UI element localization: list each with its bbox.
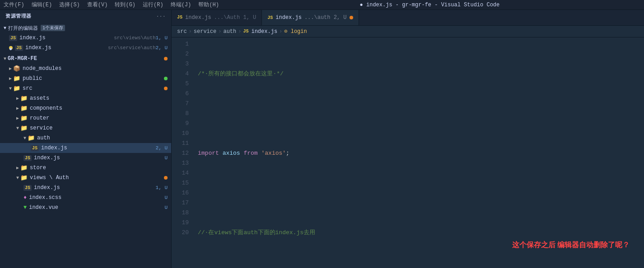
menu-edit[interactable]: 编辑(E) — [32, 1, 52, 9]
menu-goto[interactable]: 转到(G) — [115, 1, 135, 9]
tree-item-auth-index[interactable]: JS index.js 2, U — [0, 143, 171, 153]
folder-icon: 📁 — [13, 85, 20, 92]
tree-item-node-modules[interactable]: ▶ 📦 node_modules — [0, 64, 171, 74]
file-name: index.js — [34, 155, 60, 161]
tree-item-auth[interactable]: ▼ 📁 auth — [0, 133, 171, 143]
folder-name: components — [30, 105, 62, 111]
open-editor-file-1[interactable]: JS index.js src\views\Auth 1, U — [0, 33, 171, 43]
chevron-icon: ▼ — [23, 136, 26, 141]
file-tree: ▼ GR-MGR-FE ▶ 📦 node_modules ▶ 📁 public … — [0, 54, 171, 268]
js-icon: JS — [15, 45, 23, 51]
folder-name: node_modules — [23, 65, 61, 72]
folder-icon: 📦 — [13, 65, 20, 72]
folder-name: src — [23, 85, 33, 92]
folder-dot — [164, 87, 168, 90]
sidebar-actions[interactable]: ··· — [156, 14, 166, 19]
code-line-1: /*·所有的接口都会放在这里·*/ — [196, 69, 644, 79]
code-content: /*·所有的接口都会放在这里·*/ import axios from 'axi… — [194, 37, 644, 268]
breadcrumb-func[interactable]: ⊙ login — [284, 28, 307, 35]
breadcrumb-auth[interactable]: auth — [223, 28, 236, 35]
window-title: ● index.js - gr-mgr-fe - Visual Studio C… — [219, 2, 640, 8]
scss-icon: ♦ — [23, 194, 27, 201]
folder-icon: 📁 — [20, 115, 28, 122]
chevron-icon: ▼ — [16, 176, 19, 180]
tree-item-views-auth-index-js[interactable]: JS index.js 1, U — [0, 183, 171, 193]
tree-item-src[interactable]: ▼ 📁 src — [0, 83, 171, 93]
chevron-icon: ▶ — [16, 165, 19, 171]
chevron-icon: ▶ — [9, 66, 12, 71]
tree-item-views-auth-index-vue[interactable]: ▼ index.vue U — [0, 203, 171, 213]
tab-name: index.js — [275, 14, 302, 21]
tab-js-icon: JS — [177, 15, 182, 20]
tree-item-public[interactable]: ▶ 📁 public — [0, 74, 171, 83]
vue-icon: ▼ — [23, 204, 27, 211]
breadcrumb-file[interactable]: index.js — [251, 28, 277, 35]
breadcrumb-service[interactable]: service — [194, 28, 216, 35]
bottom-annotation: 这个保存之后 编辑器自动删除了呢？ — [471, 228, 635, 263]
breadcrumb-src[interactable]: src — [177, 28, 187, 35]
file-name: index.js — [41, 145, 67, 151]
sidebar-title: 资源管理器 — [5, 13, 32, 19]
tree-item-store[interactable]: ▶ 📁 store — [0, 163, 171, 173]
tree-item-service[interactable]: ▼ 📁 service — [0, 123, 171, 133]
menu-select[interactable]: 选择(S) — [59, 1, 80, 9]
folder-dot — [164, 77, 168, 80]
folder-dot — [164, 176, 168, 180]
folder-name: service — [30, 125, 52, 131]
line-numbers: 1 2 3 4 5 6 7 8 9 10 11 12 13 14 15 16 1… — [172, 37, 194, 268]
folder-name: assets — [30, 95, 49, 102]
chevron-icon: ▶ — [9, 76, 12, 81]
file-name: index.js — [25, 45, 106, 51]
folder-name: router — [30, 115, 49, 121]
main-layout: 资源管理器 ··· ▼ 打开的编辑器 1个未保存 JS index.js src… — [0, 10, 644, 268]
tree-item-service-index[interactable]: JS index.js U — [0, 153, 171, 163]
folder-name: public — [23, 75, 42, 82]
tab-1[interactable]: JS index.js ...\Auth 1, U — [172, 10, 262, 25]
chevron-icon: ▼ — [16, 126, 19, 131]
project-dot — [164, 57, 168, 60]
tree-item-assets[interactable]: ▶ 📁 assets — [0, 93, 171, 103]
breadcrumb-js-icon: JS — [243, 29, 248, 34]
modified-dot — [350, 16, 353, 19]
tree-item-views-auth-index-scss[interactable]: ♦ index.scss U — [0, 193, 171, 203]
menu-help[interactable]: 帮助(H) — [198, 1, 219, 9]
file-badge: 2, U — [156, 45, 168, 51]
tab-js-icon: JS — [267, 15, 273, 20]
project-root[interactable]: ▼ GR-MGR-FE — [0, 54, 171, 64]
folder-icon: 📁 — [20, 174, 28, 181]
menu-file[interactable]: 文件(F) — [4, 1, 24, 9]
folder-icon: 📁 — [20, 125, 28, 132]
breadcrumb-sep: › — [279, 28, 282, 35]
code-editor[interactable]: 1 2 3 4 5 6 7 8 9 10 11 12 13 14 15 16 1… — [172, 37, 644, 268]
folder-icon: 📁 — [28, 134, 35, 142]
menu-bar[interactable]: 文件(F) 编辑(E) 选择(S) 查看(V) 转到(G) 运行(R) 终端(J… — [4, 1, 219, 9]
file-name: index.scss — [29, 194, 61, 201]
tab-path: ...\auth 2, U — [304, 14, 347, 21]
tree-item-views-auth[interactable]: ▼ 📁 views \ Auth — [0, 173, 171, 183]
tree-item-router[interactable]: ▶ 📁 router — [0, 113, 171, 123]
annotation-text: 这个保存之后 编辑器自动删除了呢？ — [512, 241, 630, 249]
menu-terminal[interactable]: 终端(J) — [171, 1, 191, 9]
folder-icon: 📁 — [13, 75, 20, 82]
breadcrumb-sep: › — [218, 28, 221, 35]
code-line-3: import axios from 'axios'; — [196, 148, 644, 158]
js-icon: JS — [23, 155, 32, 161]
tree-item-components[interactable]: ▶ 📁 components — [0, 103, 171, 113]
chevron-icon: ▼ — [9, 86, 12, 91]
tabs-bar: JS index.js ...\Auth 1, U JS index.js ..… — [172, 10, 644, 26]
tab-2[interactable]: JS index.js ...\auth 2, U — [262, 10, 359, 25]
chevron-icon: ▶ — [16, 96, 19, 101]
menu-run[interactable]: 运行(R) — [143, 1, 163, 9]
chevron-icon: ▶ — [16, 106, 19, 111]
file-badge: U — [164, 195, 168, 200]
more-icon[interactable]: ··· — [156, 14, 166, 19]
open-editors-header[interactable]: ▼ 打开的编辑器 1个未保存 — [0, 23, 171, 33]
js-icon: JS — [31, 145, 39, 151]
menu-view[interactable]: 查看(V) — [87, 1, 108, 9]
folder-name: store — [30, 165, 46, 171]
file-path: src\service\auth — [108, 45, 156, 51]
project-name: GR-MGR-FE — [8, 55, 37, 62]
folder-name: auth — [37, 135, 50, 141]
folder-icon: 📁 — [20, 164, 28, 171]
open-editor-file-2[interactable]: ● JS index.js src\service\auth 2, U — [0, 43, 171, 53]
